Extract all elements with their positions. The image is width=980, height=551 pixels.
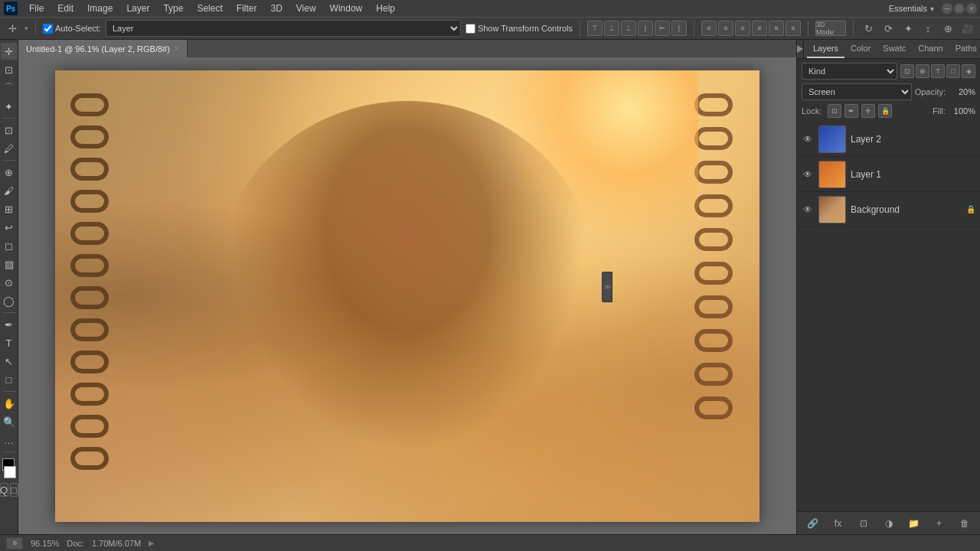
menu-filter[interactable]: Filter bbox=[230, 2, 263, 15]
maximize-button[interactable]: □ bbox=[954, 3, 965, 14]
menu-type[interactable]: Type bbox=[157, 2, 189, 15]
crop-tool[interactable]: ⊡ bbox=[1, 122, 18, 139]
align-top[interactable]: ⊤ bbox=[587, 21, 603, 36]
align-bottom[interactable]: ⊥ bbox=[621, 21, 636, 36]
tab-close-button[interactable]: × bbox=[175, 44, 179, 53]
add-mask-button[interactable]: ⊡ bbox=[856, 516, 871, 531]
layer2-visibility-icon[interactable]: 👁 bbox=[802, 133, 814, 145]
filter-shape-icon[interactable]: □ bbox=[946, 64, 960, 78]
background-visibility-icon[interactable]: 👁 bbox=[802, 204, 814, 216]
move-tool[interactable]: ✛ bbox=[1, 43, 18, 60]
blur-tool[interactable]: ⊙ bbox=[1, 274, 18, 291]
tab-swatches[interactable]: Swatc bbox=[877, 40, 912, 58]
3d-mode-dropdown[interactable]: 3D Mode: bbox=[815, 21, 846, 36]
filter-adj-icon[interactable]: ⊕ bbox=[916, 64, 929, 78]
menu-image[interactable]: Image bbox=[81, 2, 119, 15]
history-brush-tool[interactable]: ↩ bbox=[1, 219, 18, 236]
drag-3d-icon[interactable]: ✦ bbox=[900, 21, 916, 36]
add-style-button[interactable]: fx bbox=[831, 516, 846, 531]
dist-right[interactable]: ≡ bbox=[786, 21, 801, 36]
screen-mode[interactable]: □ bbox=[10, 483, 18, 497]
menu-window[interactable]: Window bbox=[324, 2, 369, 15]
camera-icon[interactable]: 🎥 bbox=[960, 21, 975, 36]
layer-item-layer2[interactable]: 👁 Layer 2 bbox=[797, 122, 980, 157]
filter-text-icon[interactable]: T bbox=[931, 64, 945, 78]
show-transform-checkbox[interactable] bbox=[466, 24, 475, 34]
lasso-tool[interactable]: ⌒ bbox=[1, 80, 18, 96]
tab-layers[interactable]: Layers bbox=[807, 40, 844, 58]
roll-3d-icon[interactable]: ⟳ bbox=[880, 21, 896, 36]
delete-layer-button[interactable]: 🗑 bbox=[957, 516, 972, 531]
play-button[interactable] bbox=[797, 40, 804, 59]
tab-paths[interactable]: Paths bbox=[949, 40, 980, 58]
eraser-tool[interactable]: ◻ bbox=[1, 237, 18, 254]
blend-mode-dropdown[interactable]: Screen bbox=[802, 83, 912, 100]
lock-pixels-button[interactable]: ⊡ bbox=[828, 104, 841, 118]
menu-edit[interactable]: Edit bbox=[51, 2, 80, 15]
lock-position-button[interactable]: ✒ bbox=[844, 104, 858, 118]
marquee-tool[interactable]: ⊡ bbox=[1, 61, 18, 78]
layer-item-background[interactable]: 👁 Background 🔒 bbox=[797, 192, 980, 227]
menu-view[interactable]: View bbox=[290, 2, 322, 15]
essentials-dropdown-icon[interactable]: ▾ bbox=[930, 5, 934, 13]
menu-layer[interactable]: Layer bbox=[120, 2, 155, 15]
align-hcenter[interactable]: ⊢ bbox=[655, 21, 670, 36]
pen-tool[interactable]: ✒ bbox=[1, 316, 18, 333]
opacity-value[interactable]: 20% bbox=[949, 87, 975, 96]
move-tool-icon[interactable]: ✛ bbox=[5, 21, 20, 36]
layer1-visibility-icon[interactable]: 👁 bbox=[802, 168, 814, 181]
scale-3d-icon[interactable]: ⊕ bbox=[940, 21, 956, 36]
dodge-tool[interactable]: ◯ bbox=[1, 292, 18, 309]
dist-left[interactable]: ≡ bbox=[752, 21, 767, 36]
tool-options-dropdown[interactable]: ▾ bbox=[24, 24, 28, 32]
auto-select-dropdown[interactable]: Layer bbox=[106, 20, 461, 37]
dist-vcenter[interactable]: ≡ bbox=[718, 21, 733, 36]
auto-select-checkbox[interactable] bbox=[43, 24, 53, 34]
tab-channels[interactable]: Chann bbox=[912, 40, 949, 58]
zoom-tool[interactable]: 🔍 bbox=[1, 413, 18, 430]
dist-hcenter[interactable]: ≡ bbox=[769, 21, 784, 36]
new-group-button[interactable]: 📁 bbox=[906, 516, 922, 531]
more-tools[interactable]: … bbox=[1, 432, 18, 448]
filter-pixel-icon[interactable]: ⊡ bbox=[900, 64, 914, 78]
text-tool[interactable]: T bbox=[1, 334, 18, 351]
minimize-button[interactable]: ─ bbox=[942, 3, 952, 14]
dist-bottom[interactable]: ≡ bbox=[735, 21, 750, 36]
document-tab[interactable]: Untitled-1 @ 96.1% (Layer 2, RGB/8#) × bbox=[18, 40, 188, 57]
brush-tool[interactable]: 🖌 bbox=[1, 182, 18, 199]
tab-color[interactable]: Color bbox=[844, 40, 877, 58]
slide-3d-icon[interactable]: ↕ bbox=[920, 21, 936, 36]
menu-file[interactable]: File bbox=[23, 2, 50, 15]
status-expand-icon[interactable]: ▶ bbox=[149, 539, 155, 547]
dist-top[interactable]: ≡ bbox=[701, 21, 717, 36]
kind-filter-dropdown[interactable]: Kind bbox=[802, 63, 897, 80]
close-button[interactable]: × bbox=[966, 3, 977, 14]
navigator-icon[interactable]: ⊕ bbox=[6, 537, 23, 549]
layer-item-layer1[interactable]: 👁 Layer 1 bbox=[797, 157, 980, 192]
healing-brush-tool[interactable]: ⊕ bbox=[1, 164, 18, 181]
align-left[interactable]: | bbox=[638, 21, 653, 36]
new-layer-button[interactable]: + bbox=[932, 516, 947, 531]
new-adjustment-button[interactable]: ◑ bbox=[881, 516, 897, 531]
link-layers-button[interactable]: 🔗 bbox=[805, 516, 821, 531]
select-path-tool[interactable]: ↖ bbox=[1, 353, 18, 370]
menu-3d[interactable]: 3D bbox=[264, 2, 288, 15]
menu-select[interactable]: Select bbox=[191, 2, 228, 15]
menu-help[interactable]: Help bbox=[370, 2, 401, 15]
lock-all-button[interactable]: 🔒 bbox=[878, 104, 892, 118]
background-color[interactable] bbox=[4, 466, 16, 478]
hand-tool[interactable]: ✋ bbox=[1, 395, 18, 412]
fill-value[interactable]: 100% bbox=[949, 106, 975, 116]
lock-artboard-button[interactable]: ✛ bbox=[861, 104, 875, 118]
clone-stamp-tool[interactable]: ⊞ bbox=[1, 201, 18, 217]
gradient-tool[interactable]: ▨ bbox=[1, 256, 18, 272]
standard-mode[interactable]: Q bbox=[0, 483, 8, 497]
align-right[interactable]: | bbox=[671, 21, 687, 36]
eyedropper-tool[interactable]: 🖊 bbox=[1, 140, 18, 157]
align-vcenter[interactable]: ⊥ bbox=[604, 21, 619, 36]
shape-tool[interactable]: □ bbox=[1, 371, 18, 388]
rotate-3d-icon[interactable]: ↻ bbox=[861, 21, 876, 36]
magic-wand-tool[interactable]: ✦ bbox=[1, 98, 18, 115]
panel-collapse-button[interactable]: ≫ bbox=[602, 272, 612, 302]
filter-smart-icon[interactable]: ◈ bbox=[962, 64, 975, 78]
